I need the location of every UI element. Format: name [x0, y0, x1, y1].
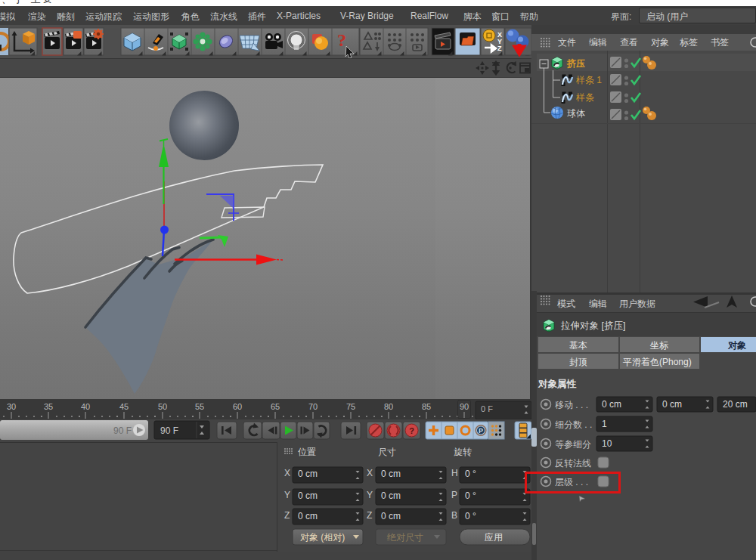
svg-text:基本: 基本: [569, 340, 587, 351]
svg-text:编辑: 编辑: [589, 37, 607, 48]
svg-text:?: ?: [337, 30, 346, 50]
svg-text:旋转: 旋转: [454, 447, 472, 457]
svg-text:20 cm: 20 cm: [723, 399, 748, 410]
svg-text:0 cm: 0 cm: [602, 399, 621, 410]
svg-text:45: 45: [119, 402, 129, 411]
svg-text:85: 85: [422, 402, 431, 411]
svg-text:用户数据: 用户数据: [619, 299, 655, 309]
svg-text:等参细分: 等参细分: [555, 439, 591, 450]
svg-text:0 cm: 0 cm: [381, 469, 401, 479]
svg-text:模式: 模式: [557, 299, 575, 309]
svg-text:X: X: [367, 468, 373, 478]
svg-text:样条 1: 样条 1: [575, 75, 602, 85]
svg-text:0 cm: 0 cm: [298, 469, 318, 479]
svg-text:球体: 球体: [567, 108, 585, 119]
svg-text:90: 90: [460, 402, 469, 411]
svg-text:75: 75: [346, 402, 355, 411]
svg-text:样条: 样条: [575, 92, 594, 103]
svg-text:0 F: 0 F: [481, 404, 493, 413]
svg-text:0 cm: 0 cm: [298, 511, 318, 521]
svg-text:文件: 文件: [558, 37, 576, 48]
svg-text:细分数 . .: 细分数 . .: [555, 419, 592, 430]
svg-text:0 cm: 0 cm: [381, 490, 401, 501]
svg-text:Y: Y: [284, 490, 290, 500]
svg-text:位置: 位置: [298, 447, 316, 457]
svg-text:P: P: [451, 490, 457, 500]
svg-text:70: 70: [308, 402, 318, 411]
svg-text:查看: 查看: [620, 37, 638, 48]
svg-text:?: ?: [409, 426, 414, 435]
svg-text:90 F: 90 F: [160, 425, 178, 436]
svg-text:书签: 书签: [711, 37, 729, 48]
svg-text:0 cm: 0 cm: [381, 511, 401, 521]
svg-text:尺寸: 尺寸: [378, 447, 396, 457]
svg-text:1: 1: [602, 419, 607, 429]
svg-text:移动 . . .: 移动 . . .: [555, 400, 588, 410]
svg-text:挤压: 挤压: [566, 58, 585, 69]
svg-text:0 °: 0 °: [465, 469, 476, 479]
svg-text:绝对尺寸: 绝对尺寸: [386, 532, 423, 543]
svg-text:10: 10: [602, 438, 612, 449]
svg-text:B: B: [451, 510, 457, 521]
svg-text:对象 (相对): 对象 (相对): [300, 532, 345, 543]
svg-text:P: P: [479, 427, 483, 435]
svg-text:50: 50: [158, 402, 167, 411]
svg-text:X: X: [284, 468, 290, 478]
svg-text:Z: Z: [497, 45, 502, 52]
svg-text:Y: Y: [367, 490, 373, 500]
svg-text:H: H: [451, 468, 458, 478]
svg-text:35: 35: [44, 402, 53, 411]
svg-text:拉伸对象 [挤压]: 拉伸对象 [挤压]: [560, 320, 625, 331]
svg-text:平滑着色(Phong): 平滑着色(Phong): [623, 357, 692, 367]
svg-text:Z: Z: [284, 510, 290, 521]
svg-text:对象: 对象: [651, 37, 669, 48]
svg-text:60: 60: [233, 402, 242, 411]
svg-text:65: 65: [271, 402, 280, 411]
svg-text:80: 80: [384, 402, 393, 411]
svg-text:封顶: 封顶: [569, 357, 587, 367]
svg-text:0 °: 0 °: [465, 511, 476, 521]
svg-text:对象: 对象: [727, 340, 746, 351]
svg-text:30: 30: [7, 402, 16, 411]
svg-text:标签: 标签: [680, 37, 698, 48]
svg-text:40: 40: [81, 402, 90, 411]
svg-text:0 cm: 0 cm: [298, 490, 318, 501]
svg-text:55: 55: [195, 402, 204, 411]
svg-text:Z: Z: [367, 510, 372, 521]
svg-text:对象属性: 对象属性: [538, 379, 577, 389]
svg-text:0 cm: 0 cm: [662, 399, 682, 410]
svg-text:反转法线: 反转法线: [555, 458, 591, 469]
svg-text:编辑: 编辑: [589, 299, 607, 309]
svg-text:90 F: 90 F: [113, 425, 132, 436]
svg-text:坐标: 坐标: [649, 340, 669, 351]
svg-text:应用: 应用: [485, 532, 503, 543]
svg-text:0 °: 0 °: [465, 490, 476, 501]
